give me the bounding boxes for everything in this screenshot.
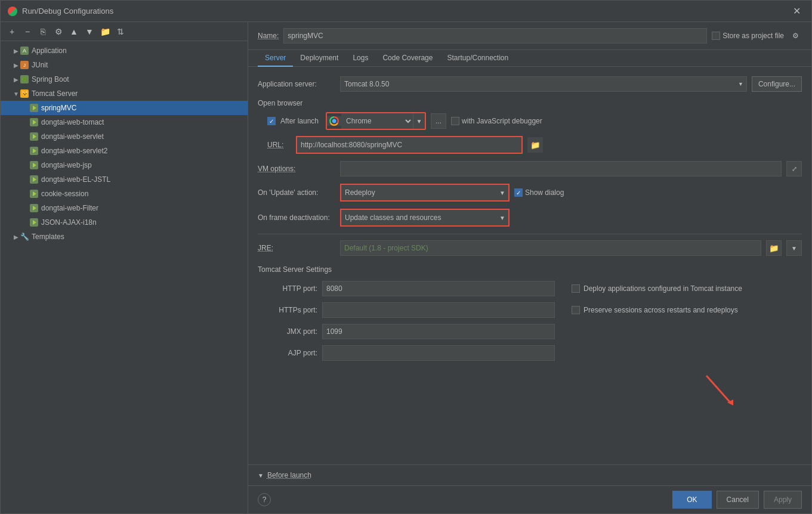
arrow-icon: ▼ (13, 90, 20, 97)
application-icon: A (20, 46, 29, 55)
tab-content-server: Application server: Tomcat 8.0.50 Config… (248, 67, 811, 465)
copy-config-button[interactable]: ⎘ (36, 25, 50, 38)
sidebar-item-label: springMVC (41, 104, 76, 112)
sidebar-item-cookie-session[interactable]: cookie-session (1, 187, 248, 201)
folder-button[interactable]: 📁 (98, 25, 112, 38)
jmx-port-input[interactable] (322, 324, 555, 339)
spacer (22, 162, 29, 169)
tab-deployment[interactable]: Deployment (293, 50, 345, 67)
deploy-tomcat-row: Deploy applications configured in Tomcat… (560, 284, 802, 293)
jre-label: JRE: (258, 244, 335, 252)
app-server-select[interactable]: Tomcat 8.0.50 (340, 76, 747, 92)
add-config-button[interactable]: + (5, 25, 18, 38)
ajp-port-input[interactable] (322, 345, 555, 361)
divider (258, 234, 802, 234)
jmx-port-label: JMX port: (258, 327, 317, 336)
arrow-icon: ▶ (13, 76, 20, 83)
browser-dropdown-arrow[interactable]: ▼ (413, 113, 425, 129)
before-launch-expand-icon[interactable]: ▼ (258, 472, 264, 479)
help-button[interactable]: ? (258, 493, 271, 506)
on-frame-deactivation-row: On frame deactivation: Update classes an… (258, 209, 802, 227)
toolbar: + − ⎘ ⚙ ▲ ▼ 📁 ⇅ (1, 22, 248, 41)
url-input[interactable] (297, 137, 521, 153)
on-frame-dropdown-arrow[interactable]: ▼ (496, 210, 508, 225)
sort-button[interactable]: ⇅ (114, 25, 127, 38)
http-port-input[interactable] (322, 281, 555, 296)
on-frame-select[interactable]: Update classes and resources Update reso… (341, 210, 496, 225)
run-icon (29, 160, 39, 170)
title-bar: Run/Debug Configurations ✕ (1, 1, 811, 22)
sidebar-item-dongtai-web-servlet[interactable]: dongtai-web-servlet (1, 129, 248, 144)
sidebar-item-tomcat-server[interactable]: ▼ 🐱 Tomcat Server (1, 86, 248, 101)
move-down-button[interactable]: ▼ (83, 25, 96, 38)
on-update-select-wrapper: Redeploy Update classes and resources Ho… (340, 184, 510, 202)
remove-config-button[interactable]: − (21, 25, 34, 38)
springmvc-run-icon (29, 103, 39, 113)
store-as-project-checkbox[interactable] (712, 32, 720, 40)
jre-dropdown-button[interactable]: ▼ (786, 240, 802, 256)
browser-more-button[interactable]: ... (431, 113, 446, 129)
jre-row: JRE: 📁 ▼ (258, 240, 802, 256)
move-up-button[interactable]: ▲ (67, 25, 81, 38)
on-update-select[interactable]: Redeploy Update classes and resources Ho… (341, 185, 496, 200)
sidebar-item-JSON-AJAX-i18n[interactable]: JSON-AJAX-i18n (1, 215, 248, 230)
vm-expand-button[interactable]: ⤢ (786, 161, 802, 177)
sidebar-item-dongtai-web-tomact[interactable]: dongtai-web-tomact (1, 115, 248, 129)
dialog-icon (8, 7, 17, 16)
vm-options-input[interactable] (340, 161, 782, 177)
preserve-sessions-row: Preserve sessions across restarts and re… (560, 306, 802, 314)
ok-button[interactable]: OK (672, 491, 711, 509)
sidebar-item-templates[interactable]: ▶ 🔧 Templates (1, 230, 248, 244)
tab-code-coverage[interactable]: Code Coverage (375, 50, 440, 67)
sidebar-item-label: Application (32, 47, 67, 55)
svg-line-0 (706, 376, 730, 402)
open-browser-section: Open browser After launch Chrome (258, 99, 802, 154)
spacer (22, 147, 29, 154)
sidebar-item-application[interactable]: ▶ A Application (1, 44, 248, 58)
tab-logs[interactable]: Logs (345, 50, 375, 67)
show-dialog-checkbox[interactable] (514, 188, 523, 197)
name-input[interactable] (283, 28, 707, 44)
sidebar-item-label: dongtai-web-tomact (41, 118, 104, 126)
https-port-input[interactable] (322, 302, 555, 318)
preserve-sessions-checkbox[interactable] (572, 306, 580, 314)
tomcat-icon: 🐱 (20, 89, 29, 98)
action-buttons: OK Cancel Apply (672, 491, 802, 509)
preserve-sessions-label: Preserve sessions across restarts and re… (583, 306, 738, 314)
sidebar-item-dongtai-web-servlet2[interactable]: dongtai-web-servlet2 (1, 144, 248, 158)
sidebar-item-springmvc[interactable]: springMVC (1, 101, 248, 115)
project-file-settings-button[interactable]: ⚙ (789, 29, 802, 42)
js-debugger-checkbox[interactable] (451, 117, 459, 125)
sidebar-item-dongtai-web-Filter[interactable]: dongtai-web-Filter (1, 201, 248, 215)
jre-folder-button[interactable]: 📁 (766, 240, 782, 256)
dialog-title: Run/Debug Configurations (22, 7, 113, 16)
sidebar-item-dongtai-web-EL-JSTL[interactable]: dongtai-web-EL-JSTL (1, 172, 248, 187)
on-update-dropdown-arrow[interactable]: ▼ (496, 185, 508, 200)
url-folder-button[interactable]: 📁 (527, 137, 543, 153)
sidebar-item-spring-boot[interactable]: ▶ 🌿 Spring Boot (1, 72, 248, 86)
arrow-icon: ▶ (13, 61, 20, 69)
browser-select[interactable]: Chrome Firefox Edge (341, 113, 413, 129)
close-button[interactable]: ✕ (789, 4, 804, 18)
server-settings-title: Tomcat Server Settings (258, 265, 802, 274)
jre-input[interactable] (340, 240, 761, 256)
cancel-button[interactable]: Cancel (717, 491, 759, 509)
vm-options-label: VM options: (258, 165, 335, 173)
title-bar-left: Run/Debug Configurations (8, 7, 113, 16)
tab-server[interactable]: Server (258, 50, 293, 67)
on-frame-label: On frame deactivation: (258, 213, 335, 222)
configure-button[interactable]: Configure... (752, 76, 802, 92)
config-tree: ▶ A Application ▶ J JUnit (1, 41, 248, 513)
sidebar-item-junit[interactable]: ▶ J JUnit (1, 58, 248, 72)
tab-startup-connection[interactable]: Startup/Connection (440, 50, 515, 67)
browser-select-wrapper: Chrome Firefox Edge ▼ (326, 112, 426, 130)
deploy-tomcat-checkbox[interactable] (572, 284, 580, 293)
settings-button[interactable]: ⚙ (52, 25, 65, 38)
store-as-project-file-row: Store as project file (712, 32, 784, 40)
sidebar-item-label: cookie-session (41, 190, 88, 198)
sidebar-item-dongtai-web-jsp[interactable]: dongtai-web-jsp (1, 158, 248, 172)
spring-boot-icon: 🌿 (20, 75, 29, 84)
https-port-label: HTTPs port: (258, 306, 317, 314)
url-label: URL: (267, 141, 291, 149)
after-launch-checkbox[interactable] (267, 117, 276, 125)
